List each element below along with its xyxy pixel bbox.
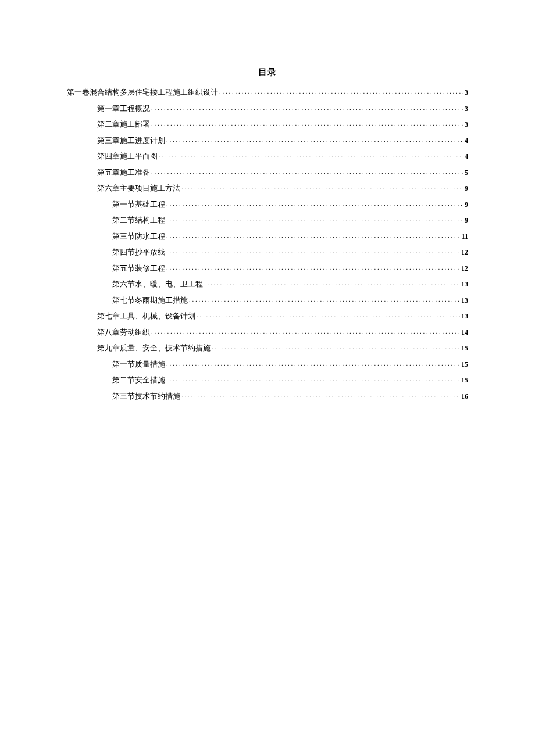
toc-entry-label: 第一卷混合结构多层住宅搂工程施工组织设计	[67, 88, 218, 96]
toc-entry-label: 第一节基础工程	[112, 200, 165, 208]
toc-container: 第一卷混合结构多层住宅搂工程施工组织设计3第一章工程概况3第二章施工部署3第三章…	[67, 87, 468, 400]
toc-entry-label: 第一章工程概况	[97, 105, 150, 112]
toc-entry-page: 9	[465, 185, 468, 192]
toc-entry-page: 4	[465, 153, 468, 160]
toc-entry-label: 第二章施工部署	[97, 120, 150, 128]
toc-entry-label: 第七章工具、机械、设备计划	[97, 312, 195, 320]
toc-leader-dots	[166, 199, 463, 207]
toc-entry: 第五章施工准备5	[67, 167, 468, 176]
toc-entry-label: 第三节技术节约措施	[112, 392, 180, 400]
toc-entry-label: 第四章施工平面图	[97, 152, 158, 160]
toc-entry-label: 第三节防水工程	[112, 232, 165, 240]
toc-leader-dots	[204, 279, 460, 286]
toc-entry-label: 第二节结构工程	[112, 216, 165, 224]
toc-entry-page: 3	[465, 105, 468, 112]
toc-entry-page: 13	[461, 281, 468, 288]
toc-leader-dots	[151, 167, 463, 175]
toc-entry-label: 第二节安全措施	[112, 376, 165, 384]
toc-entry-page: 16	[461, 393, 468, 400]
toc-leader-dots	[166, 215, 463, 223]
toc-entry: 第一章工程概况3	[67, 103, 468, 112]
toc-entry-page: 5	[465, 169, 468, 176]
toc-entry-label: 第五章施工准备	[97, 169, 150, 176]
toc-leader-dots	[197, 311, 460, 318]
toc-entry-label: 第六章主要项目施工方法	[97, 184, 180, 192]
toc-title: 目录	[67, 67, 468, 78]
toc-entry: 第七节冬雨期施工措施13	[67, 295, 468, 304]
toc-entry: 第三节防水工程11	[67, 231, 468, 240]
toc-entry-page: 15	[461, 361, 468, 368]
toc-entry-page: 12	[461, 249, 468, 256]
toc-entry-page: 9	[465, 217, 468, 224]
toc-leader-dots	[189, 295, 460, 303]
toc-entry: 第四章施工平面图4	[67, 151, 468, 160]
toc-entry: 第一卷混合结构多层住宅搂工程施工组织设计3	[67, 87, 468, 96]
toc-entry-page: 15	[461, 377, 468, 384]
toc-leader-dots	[151, 327, 460, 335]
toc-entry-label: 第五节装修工程	[112, 264, 165, 272]
toc-entry-label: 第一节质量措施	[112, 360, 165, 368]
toc-entry: 第三章施工进度计划4	[67, 135, 468, 144]
toc-leader-dots	[181, 391, 460, 399]
toc-entry-page: 14	[461, 329, 468, 336]
toc-entry-page: 15	[461, 345, 468, 352]
toc-leader-dots	[166, 359, 460, 367]
toc-leader-dots	[151, 119, 463, 127]
toc-leader-dots	[181, 183, 463, 191]
toc-leader-dots	[212, 343, 460, 350]
toc-entry: 第一节质量措施15	[67, 359, 468, 368]
toc-entry-page: 9	[465, 201, 468, 208]
toc-entry-page: 3	[465, 89, 468, 96]
toc-entry: 第二节安全措施15	[67, 375, 468, 384]
toc-entry-label: 第三章施工进度计划	[97, 137, 165, 144]
document-page: 目录 第一卷混合结构多层住宅搂工程施工组织设计3第一章工程概况3第二章施工部署3…	[0, 0, 535, 756]
toc-entry-page: 11	[462, 233, 468, 240]
toc-leader-dots	[166, 247, 460, 255]
toc-entry: 第二章施工部署3	[67, 119, 468, 128]
toc-entry-page: 12	[461, 265, 468, 272]
toc-entry-label: 第九章质量、安全、技术节约措施	[97, 344, 211, 352]
toc-leader-dots	[151, 103, 463, 111]
toc-entry: 第一节基础工程9	[67, 199, 468, 208]
toc-entry-page: 13	[461, 297, 468, 304]
toc-entry: 第五节装修工程12	[67, 263, 468, 272]
toc-entry: 第二节结构工程9	[67, 215, 468, 224]
toc-leader-dots	[219, 87, 463, 95]
toc-entry-label: 第四节抄平放线	[112, 248, 165, 256]
toc-leader-dots	[166, 263, 460, 271]
toc-entry-page: 4	[465, 137, 468, 144]
toc-entry: 第六节水、暖、电、卫工程13	[67, 279, 468, 288]
toc-entry: 第八章劳动组织14	[67, 327, 468, 336]
toc-leader-dots	[166, 231, 461, 239]
toc-leader-dots	[166, 135, 463, 143]
toc-entry-page: 13	[461, 313, 468, 320]
toc-entry-page: 3	[465, 121, 468, 128]
toc-entry: 第四节抄平放线12	[67, 247, 468, 256]
toc-leader-dots	[159, 151, 463, 159]
toc-entry-label: 第七节冬雨期施工措施	[112, 296, 188, 304]
toc-leader-dots	[166, 375, 460, 382]
toc-entry: 第七章工具、机械、设备计划13	[67, 311, 468, 320]
toc-entry: 第三节技术节约措施16	[67, 391, 468, 400]
toc-entry-label: 第八章劳动组织	[97, 328, 150, 336]
toc-entry-label: 第六节水、暖、电、卫工程	[112, 280, 203, 288]
toc-entry: 第九章质量、安全、技术节约措施15	[67, 343, 468, 352]
toc-entry: 第六章主要项目施工方法9	[67, 183, 468, 192]
